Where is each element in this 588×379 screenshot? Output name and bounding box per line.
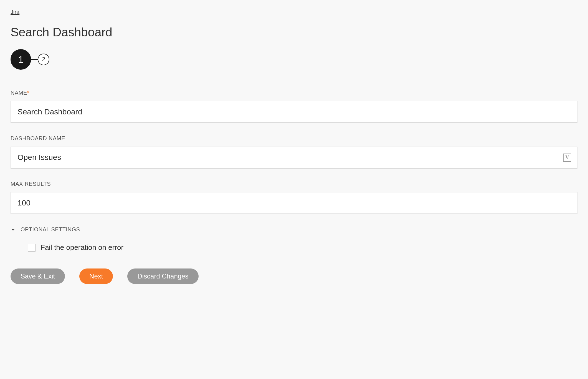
variable-icon[interactable]: V xyxy=(563,154,571,162)
next-button[interactable]: Next xyxy=(79,268,113,284)
step-1[interactable]: 1 xyxy=(11,49,31,70)
form-group-name: Name* xyxy=(11,90,577,123)
step-2[interactable]: 2 xyxy=(38,54,49,65)
required-asterisk: * xyxy=(27,90,29,96)
max-results-label: Max Results xyxy=(11,181,577,187)
dashboard-name-input[interactable] xyxy=(11,147,577,169)
fail-on-error-label: Fail the operation on error xyxy=(40,243,123,252)
fail-on-error-row: Fail the operation on error xyxy=(11,243,577,252)
form-group-dashboard-name: Dashboard Name V xyxy=(11,135,577,169)
page-title: Search Dashboard xyxy=(11,25,577,39)
form-group-max-results: Max Results xyxy=(11,181,577,214)
step-connector xyxy=(31,59,38,60)
max-results-input[interactable] xyxy=(11,192,577,214)
stepper: 1 2 xyxy=(11,49,577,70)
fail-on-error-checkbox[interactable] xyxy=(28,244,36,252)
discard-changes-button[interactable]: Discard Changes xyxy=(127,268,198,284)
optional-settings-title: Optional Settings xyxy=(21,226,80,233)
optional-settings-section: Optional Settings Fail the operation on … xyxy=(11,226,577,252)
name-input[interactable] xyxy=(11,101,577,123)
chevron-down-icon xyxy=(11,227,16,232)
dashboard-name-label: Dashboard Name xyxy=(11,135,577,142)
optional-settings-toggle[interactable]: Optional Settings xyxy=(11,226,577,233)
breadcrumb-jira[interactable]: Jira xyxy=(11,9,19,15)
save-exit-button[interactable]: Save & Exit xyxy=(11,268,65,284)
button-row: Save & Exit Next Discard Changes xyxy=(11,268,577,284)
name-label: Name* xyxy=(11,90,577,96)
